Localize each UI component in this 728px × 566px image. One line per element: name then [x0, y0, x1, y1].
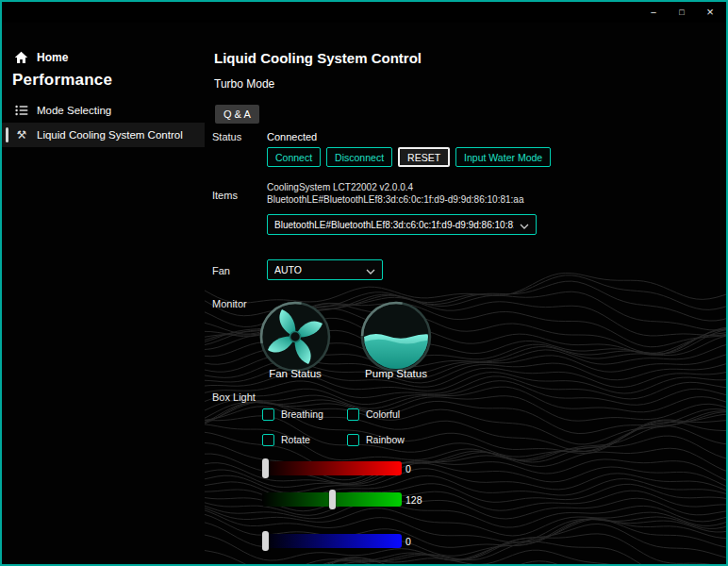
window-controls: − □ × [639, 3, 724, 21]
checkbox-label: Colorful [366, 408, 400, 420]
sidebar-item-liquid-cooling[interactable]: ⚒ Liquid Cooling System Control [2, 123, 205, 147]
fan-label: Fan [212, 265, 230, 276]
slider-handle[interactable] [262, 458, 269, 478]
checkbox-rainbow[interactable]: Rainbow [347, 433, 405, 446]
slider-track[interactable] [262, 534, 402, 548]
device-info: CoolingSystem LCT22002 v2.0.0.4 Bluetoot… [267, 181, 523, 206]
fan-mode-value: AUTO [274, 264, 302, 275]
status-value: Connected [267, 131, 317, 142]
input-water-mode-button[interactable]: Input Water Mode [455, 147, 551, 167]
titlebar: − □ × [2, 2, 726, 23]
pump-status-gauge-label: Pump Status [355, 368, 438, 379]
monitor-label: Monitor [212, 298, 247, 309]
device-info-line2: BluetoothLE#BluetoothLEf8:3d:c6:0c:1f:d9… [267, 193, 523, 206]
slider-handle[interactable] [262, 531, 269, 551]
main-content: Liquid Cooling System Control Turbo Mode… [205, 23, 726, 564]
app-window: − □ × Home Performance [0, 0, 728, 566]
checkbox-label: Rainbow [366, 434, 405, 445]
chevron-down-icon [520, 216, 529, 233]
box-light-label: Box Light [212, 391, 256, 403]
home-icon [13, 51, 28, 64]
sidebar: Home Performance Mode Selecting ⚒ Liquid… [2, 23, 205, 564]
checkbox-icon [347, 434, 359, 446]
checkbox-colorful[interactable]: Colorful [347, 408, 400, 421]
sidebar-section-performance: Performance [12, 71, 112, 90]
items-label: Items [212, 190, 238, 201]
device-info-line1: CoolingSystem LCT22002 v2.0.0.4 [267, 181, 523, 193]
checkbox-icon [262, 434, 274, 446]
checkbox-rotate[interactable]: Rotate [262, 433, 310, 446]
checkbox-icon [262, 408, 274, 421]
sidebar-item-label: Mode Selecting [37, 105, 111, 116]
fan-mode-select[interactable]: AUTO [267, 259, 383, 280]
blue-slider[interactable]: 0 [262, 534, 402, 548]
blue-slider-value: 0 [405, 536, 411, 547]
checkbox-icon [347, 408, 359, 421]
fan-status-gauge-label: Fan Status [257, 368, 333, 379]
green-slider-value: 128 [405, 494, 422, 506]
disconnect-button[interactable]: Disconnect [326, 147, 392, 167]
sidebar-item-label: Liquid Cooling System Control [37, 129, 183, 141]
chevron-down-icon [366, 261, 375, 278]
close-icon[interactable]: × [696, 3, 724, 21]
slider-track[interactable] [262, 461, 402, 475]
sidebar-item-home[interactable]: Home [13, 47, 68, 68]
maximize-icon[interactable]: □ [668, 3, 696, 21]
slider-handle[interactable] [329, 490, 336, 509]
checkbox-label: Rotate [281, 434, 310, 445]
qa-button[interactable]: Q & A [215, 105, 259, 124]
checkbox-label: Breathing [281, 408, 323, 420]
selected-indicator [6, 127, 8, 142]
checkbox-breathing[interactable]: Breathing [262, 408, 323, 421]
sidebar-home-label: Home [37, 51, 68, 64]
red-slider-value: 0 [405, 463, 411, 474]
device-select[interactable]: BluetoothLE#BluetoothLEf8:3d:c6:0c:1f:d9… [267, 214, 537, 235]
page-title: Liquid Cooling System Control [214, 50, 422, 66]
page-subtitle: Turbo Mode [214, 77, 274, 91]
fan-status-gauge [257, 299, 333, 375]
list-icon [14, 105, 29, 116]
connect-button[interactable]: Connect [267, 147, 321, 167]
pump-status-gauge [358, 299, 434, 375]
tools-icon: ⚒ [14, 128, 29, 142]
red-slider[interactable]: 0 [262, 461, 402, 475]
status-label: Status [212, 131, 241, 142]
sidebar-item-mode-selecting[interactable]: Mode Selecting [2, 98, 205, 123]
minimize-icon[interactable]: − [639, 3, 668, 21]
device-select-value: BluetoothLE#BluetoothLEf8:3d:c6:0c:1f:d9… [274, 220, 514, 230]
connection-buttons: Connect Disconnect RESET Input Water Mod… [267, 147, 551, 167]
reset-button[interactable]: RESET [398, 147, 450, 167]
green-slider[interactable]: 128 [262, 492, 402, 507]
